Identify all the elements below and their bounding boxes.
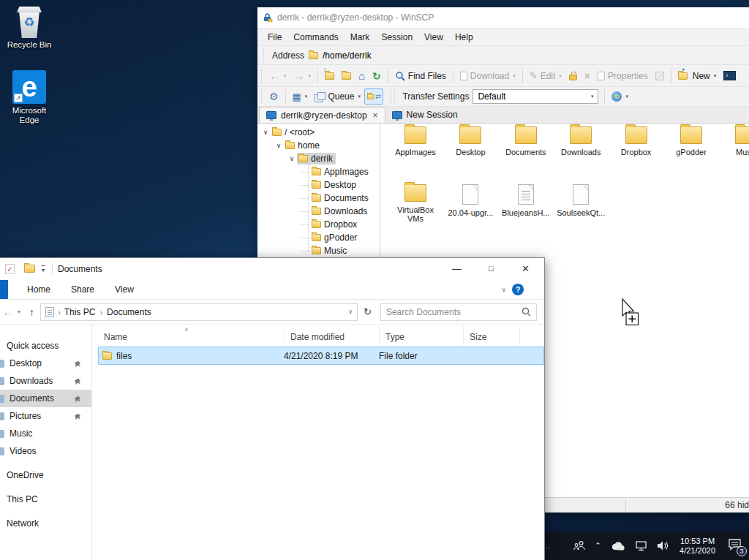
remote-file-gpodder[interactable]: gPodder <box>664 126 718 156</box>
search-input[interactable] <box>386 307 522 317</box>
refresh-button[interactable]: ↻ <box>369 67 385 85</box>
winscp-title-bar[interactable]: derrik - derrik@ryzen-desktop - WinSCP <box>257 7 749 28</box>
expander-icon[interactable]: ∨ <box>274 142 284 149</box>
breadcrumb-documents[interactable]: Documents <box>107 307 151 317</box>
desktop-icon-recycle-bin[interactable]: ♻ Recycle Bin <box>6 6 53 50</box>
sidebar-item-this-pc[interactable]: This PC <box>0 491 91 508</box>
address-dropdown-chevron[interactable]: ∨ <box>348 309 353 315</box>
column-header-size[interactable]: Size <box>464 326 520 345</box>
sidebar-item-music[interactable]: Music <box>0 425 91 442</box>
remote-file-20-04-upgr[interactable]: 20.04-upgr... <box>443 184 497 217</box>
tree-node-music[interactable]: Music <box>257 244 380 257</box>
open-directory-button[interactable] <box>338 67 355 85</box>
refresh-icon[interactable]: ↻ <box>364 306 372 317</box>
remote-file-downloads[interactable]: Downloads <box>554 126 608 156</box>
network-icon[interactable] <box>635 540 647 551</box>
expander-icon[interactable]: ∨ <box>287 155 297 162</box>
menu-view[interactable]: View <box>418 30 449 45</box>
remote-file-virtualbox-vms[interactable]: VirtualBox VMs <box>388 184 443 223</box>
menu-mark[interactable]: Mark <box>345 30 376 45</box>
ribbon-tab-share[interactable]: Share <box>61 280 105 295</box>
nav-back-button[interactable]: ← <box>2 306 13 318</box>
volume-icon[interactable] <box>657 540 670 551</box>
ribbon-collapse-chevron[interactable]: ∨ <box>501 286 506 293</box>
remote-file-bluejeansh[interactable]: BluejeansH... <box>499 184 553 217</box>
tree-node-desktop[interactable]: Desktop <box>257 178 380 192</box>
qat-customize-button[interactable]: ▾ <box>42 265 45 274</box>
close-button[interactable]: ✕ <box>509 258 542 279</box>
remote-file-appimages[interactable]: AppImages <box>388 126 443 156</box>
people-icon[interactable] <box>573 540 585 551</box>
close-tab-icon[interactable]: × <box>373 110 378 121</box>
file-row-files[interactable]: files4/21/2020 8:19 PMFile folder <box>98 347 544 365</box>
show-hidden-icons-chevron[interactable]: ⌃ <box>595 541 601 550</box>
session-tab-derrik-ryzen-desktop[interactable]: derrik@ryzen-desktop× <box>259 107 385 123</box>
sidebar-item-desktop[interactable]: Desktop <box>0 355 91 372</box>
tree-node-derrik[interactable]: ∨derrik <box>257 152 380 165</box>
column-header-type[interactable]: Type <box>380 326 464 345</box>
new-button[interactable]: ✦New▾ <box>674 67 720 85</box>
remote-file-documents[interactable]: Documents <box>499 126 553 156</box>
tree-node-dropbox[interactable]: Dropbox <box>257 218 380 231</box>
back-button[interactable]: ←▾ <box>266 67 290 85</box>
properties-button[interactable]: Properties <box>594 67 652 85</box>
column-header-date-modified[interactable]: Date modified <box>285 326 380 345</box>
nav-up-button[interactable]: ↑ <box>29 306 34 318</box>
taskbar-clock[interactable]: 10:53 PM 4/21/2020 <box>680 537 715 556</box>
padlock-icon[interactable] <box>565 67 581 85</box>
remote-file-desktop[interactable]: Desktop <box>443 126 497 156</box>
tree-node-gpodder[interactable]: gPodder <box>257 231 380 244</box>
explorer-title-bar[interactable]: ✓ ▾ Documents — □ ✕ <box>0 258 544 280</box>
menu-help[interactable]: Help <box>449 30 479 45</box>
edit-button[interactable]: ✎Edit▾ <box>526 67 565 85</box>
onedrive-icon[interactable] <box>611 541 625 550</box>
breadcrumb-this-pc[interactable]: This PC <box>64 307 96 317</box>
find-files-button[interactable]: Find Files <box>391 67 450 85</box>
column-header-name[interactable]: Name <box>98 326 285 345</box>
console-icon[interactable]: › <box>720 67 739 85</box>
sidebar-item-network[interactable]: Network <box>0 515 91 532</box>
synchronize-button[interactable]: ↻▾ <box>608 88 632 105</box>
menu-commands[interactable]: Commands <box>287 30 344 45</box>
ribbon-tab-file[interactable] <box>0 280 8 299</box>
delete-button[interactable]: × <box>581 67 594 85</box>
parent-directory-button[interactable]: ↑ <box>321 67 338 85</box>
session-tab-new-session[interactable]: New Session <box>385 107 464 123</box>
expander-icon[interactable]: ∨ <box>260 129 271 136</box>
desktop-icon-microsoft-edge[interactable]: e ↗ Microsoft Edge <box>6 70 53 125</box>
transfer-settings-select[interactable]: Default▾ <box>473 89 598 104</box>
sidebar-item-onedrive[interactable]: OneDrive <box>0 466 91 484</box>
tree-node-documents[interactable]: Documents <box>257 192 380 205</box>
minimize-button[interactable]: — <box>440 258 473 279</box>
menu-session[interactable]: Session <box>375 30 418 45</box>
remote-file-dropbox[interactable]: Dropbox <box>609 126 663 156</box>
sidebar-item-pictures[interactable]: Pictures <box>0 407 91 425</box>
tree-node-appimages[interactable]: AppImages <box>257 165 380 178</box>
queue-button[interactable]: Queue▾ <box>311 88 364 105</box>
menu-file[interactable]: File <box>262 30 287 45</box>
nav-history-chevron[interactable]: ▾ <box>18 309 20 315</box>
sidebar-item-quick-access[interactable]: Quick access <box>0 337 91 355</box>
search-box[interactable] <box>380 303 537 321</box>
sidebar-item-downloads[interactable]: Downloads <box>0 372 91 390</box>
maximize-button[interactable]: □ <box>475 258 508 279</box>
tree-node-root[interactable]: ∨/ <root> <box>257 126 380 139</box>
panel-layout-button[interactable]: ▦▾ <box>289 88 312 105</box>
synchronize-browsing-toggle[interactable]: ⇄ <box>364 88 384 105</box>
tree-node-downloads[interactable]: Downloads <box>257 205 380 218</box>
tree-node-home[interactable]: ∨home <box>257 139 380 152</box>
sidebar-item-documents[interactable]: Documents <box>0 390 91 407</box>
address-path[interactable]: /home/derrik <box>323 50 372 61</box>
action-center-button[interactable]: 3 <box>728 538 742 553</box>
remote-file-soulseekqt[interactable]: SoulseekQt... <box>554 184 608 217</box>
forward-button[interactable]: →▾ <box>290 67 315 85</box>
ribbon-tab-view[interactable]: View <box>105 280 144 295</box>
help-button[interactable]: ? <box>512 284 524 295</box>
sidebar-item-videos[interactable]: Videos <box>0 442 91 460</box>
remote-file-music[interactable]: Music <box>719 126 749 156</box>
preferences-button[interactable]: ⚙ <box>266 88 282 105</box>
custom-commands-icon[interactable] <box>652 67 668 85</box>
download-button[interactable]: Download▾ <box>456 67 519 85</box>
ribbon-tab-home[interactable]: Home <box>17 280 61 295</box>
qat-icon[interactable]: ✓ <box>5 264 15 274</box>
